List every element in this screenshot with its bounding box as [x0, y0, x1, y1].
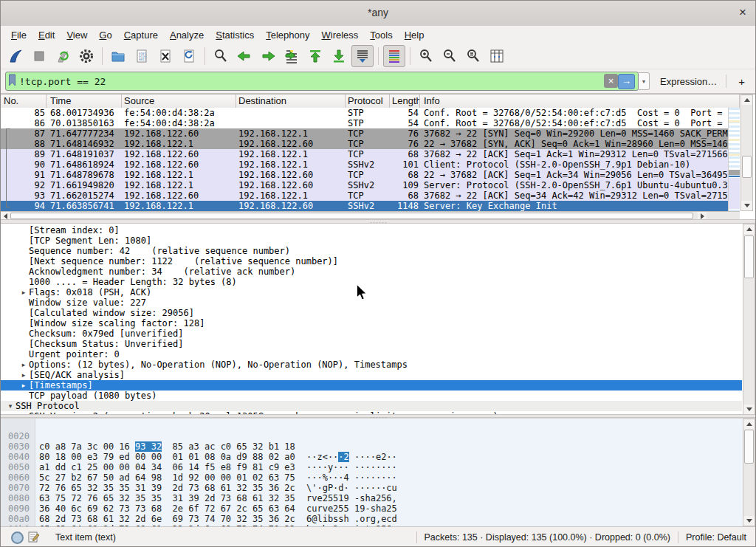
detail-row[interactable]: [Next sequence number: 1122 (relative se…: [1, 256, 742, 266]
expand-arrow-icon[interactable]: [18, 277, 29, 287]
packet-row[interactable]: 85 68.001734936 fe:54:00:d4:38:2a STP 54…: [1, 108, 740, 118]
detail-row[interactable]: Acknowledgment number: 34 (relative ack …: [1, 266, 742, 277]
go-back-arrow-icon[interactable]: [233, 45, 255, 67]
expand-arrow-icon[interactable]: ▸: [18, 287, 29, 297]
close-icon[interactable]: ×: [739, 5, 746, 20]
expand-arrow-icon[interactable]: [18, 318, 29, 328]
expand-arrow-icon[interactable]: ▾: [5, 401, 16, 411]
menu-item[interactable]: Telephony: [260, 28, 315, 42]
menu-item[interactable]: File: [5, 28, 32, 42]
scroll-down-icon[interactable]: [743, 405, 755, 414]
close-file-icon[interactable]: [154, 45, 176, 67]
expand-arrow-icon[interactable]: [18, 256, 29, 266]
menu-item[interactable]: View: [61, 28, 93, 42]
detail-row[interactable]: ▸ [SEQ/ACK analysis]: [1, 370, 742, 380]
detail-row[interactable]: ▸ Options: (12 bytes), No-Operation (NOP…: [1, 359, 742, 370]
find-packet-magnifier-icon[interactable]: [210, 45, 232, 67]
packet-row[interactable]: 91 71.648789678 192.168.122.1 192.168.12…: [1, 170, 740, 180]
hex-row[interactable]: 00b0 38 34 2c 65 63 64 68 2d 73 68 61 32…: [1, 514, 742, 524]
zoom-original-magnifier-icon[interactable]: [462, 45, 484, 67]
menu-item[interactable]: Tools: [364, 28, 398, 42]
hex-vscrollbar[interactable]: [743, 419, 755, 526]
menu-item[interactable]: Wireless: [316, 28, 365, 42]
go-to-packet-icon[interactable]: [281, 45, 303, 67]
column-source[interactable]: Source: [122, 94, 236, 108]
packet-row[interactable]: 92 71.661949820 192.168.122.1 192.168.12…: [1, 180, 740, 190]
go-first-packet-icon[interactable]: [304, 45, 326, 67]
go-forward-arrow-icon[interactable]: [257, 45, 279, 67]
detail-row[interactable]: Sequence number: 42 (relative sequence n…: [1, 246, 742, 256]
expert-info-icon[interactable]: [11, 531, 24, 544]
column-time[interactable]: Time: [47, 94, 122, 108]
hex-row[interactable]: 0050 5c 27 b2 67 50 ad 64 98 1d 92 00 00…: [1, 452, 742, 462]
expand-arrow-icon[interactable]: [18, 235, 29, 246]
details-vscrollbar[interactable]: [743, 224, 755, 415]
packet-list-header[interactable]: No. Time Source Destination Protocol Len…: [1, 94, 740, 109]
hex-row[interactable]: 0070 63 75 72 76 65 32 35 35 31 39 2d 73…: [1, 472, 742, 483]
profile-label[interactable]: Profile: Default: [686, 532, 746, 543]
scroll-up-icon[interactable]: [743, 419, 755, 429]
scroll-down-icon[interactable]: [741, 201, 752, 210]
expand-arrow-icon[interactable]: [18, 225, 29, 235]
hex-row[interactable]: 0040 a1 dd c1 25 00 00 04 34 06 14 f5 e8…: [1, 441, 742, 452]
save-file-icon[interactable]: 010101100011: [131, 45, 153, 67]
capture-options-gear-icon[interactable]: [75, 45, 97, 67]
packet-row[interactable]: 88 71.648146932 192.168.122.1 192.168.12…: [1, 139, 740, 149]
menu-item[interactable]: Help: [399, 28, 430, 42]
filter-apply-icon[interactable]: →: [618, 74, 635, 89]
resize-columns-icon[interactable]: [486, 45, 508, 67]
add-filter-button[interactable]: +: [734, 75, 749, 88]
menu-item[interactable]: Capture: [118, 28, 164, 42]
hex-row[interactable]: 0080 36 40 6c 69 62 73 73 68 2e 6f 72 67…: [1, 483, 742, 493]
expand-arrow-icon[interactable]: [18, 339, 29, 349]
stop-capture-icon[interactable]: [28, 45, 50, 67]
detail-row[interactable]: Urgent pointer: 0: [1, 349, 742, 359]
hex-row[interactable]: 0060 72 76 65 32 35 35 31 39 2d 73 68 61…: [1, 462, 742, 472]
start-capture-fin-icon[interactable]: [4, 45, 27, 67]
restart-capture-icon[interactable]: [52, 45, 74, 67]
detail-row[interactable]: [Checksum Status: Unverified]: [1, 339, 742, 349]
hex-row[interactable]: 00a0 65 63 64 68 2d 73 68 61 32 2d 6e 69…: [1, 503, 742, 514]
hex-row[interactable]: 0030 80 18 00 e3 79 ed 00 00 01 01 08 0a…: [1, 431, 742, 441]
filter-dropdown-icon[interactable]: ▼: [639, 72, 650, 90]
reload-file-icon[interactable]: [178, 45, 200, 67]
filter-bookmark-icon[interactable]: [8, 74, 16, 89]
expand-arrow-icon[interactable]: [18, 297, 29, 308]
expand-arrow-icon[interactable]: ▸: [18, 370, 29, 380]
zoom-in-magnifier-icon[interactable]: [415, 45, 437, 67]
packet-row[interactable]: 93 71.662015274 192.168.122.60 192.168.1…: [1, 190, 740, 201]
intelligent-scrollbar-minimap[interactable]: [728, 108, 740, 211]
go-last-packet-icon[interactable]: [328, 45, 350, 67]
detail-row[interactable]: [Stream index: 0]: [1, 225, 742, 235]
packet-row[interactable]: 89 71.648191037 192.168.122.60 192.168.1…: [1, 149, 740, 159]
hex-row[interactable]: 0090 68 2d 73 68 61 32 2d 6e 69 73 74 70…: [1, 493, 742, 503]
scroll-down-icon[interactable]: [743, 516, 755, 526]
detail-row[interactable]: [Calculated window size: 29056]: [1, 308, 742, 318]
detail-row[interactable]: ▾ SSH Protocol: [1, 401, 742, 411]
detail-row[interactable]: TCP payload (1080 bytes): [1, 391, 742, 401]
expand-arrow-icon[interactable]: [18, 349, 29, 359]
menu-item[interactable]: Go: [93, 28, 117, 42]
title-bar[interactable]: *any ×: [1, 1, 755, 27]
expand-arrow-icon[interactable]: [18, 246, 29, 256]
expand-arrow-icon[interactable]: [18, 308, 29, 318]
scroll-thumb[interactable]: [744, 235, 754, 278]
menu-item[interactable]: Edit: [32, 28, 61, 42]
scroll-up-icon[interactable]: [741, 95, 752, 105]
expand-arrow-icon[interactable]: ▸: [18, 359, 29, 370]
detail-row[interactable]: ▸ [Timestamps]: [1, 380, 742, 391]
open-file-folder-icon[interactable]: [107, 45, 129, 67]
packet-row[interactable]: 86 70.013850163 fe:54:00:d4:38:2a STP 54…: [1, 118, 740, 128]
column-no[interactable]: No.: [1, 94, 47, 108]
detail-row[interactable]: Window size value: 227: [1, 297, 742, 308]
detail-row[interactable]: [Window size scaling factor: 128]: [1, 318, 742, 328]
column-length[interactable]: Length: [390, 94, 420, 108]
display-filter-input[interactable]: !tcp.port == 22 × →: [5, 72, 639, 91]
expand-arrow-icon[interactable]: ▸: [18, 380, 29, 391]
hex-row[interactable]: 0020 c0 a8 7a 3c 00 16 93 32 85 a3 ac c0…: [1, 421, 742, 431]
expand-arrow-icon[interactable]: [18, 391, 29, 401]
expression-button[interactable]: Expression…: [660, 76, 717, 87]
filter-clear-icon[interactable]: ×: [604, 74, 618, 88]
expand-arrow-icon[interactable]: [18, 266, 29, 277]
detail-row[interactable]: ▸ Flags: 0x018 (PSH, ACK): [1, 287, 742, 297]
